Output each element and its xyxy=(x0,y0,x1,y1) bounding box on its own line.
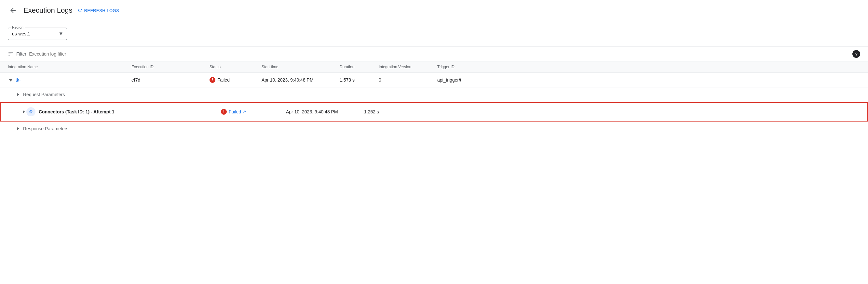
connector-name-text: Connectors (Task ID: 1) - Attempt 1 xyxy=(39,109,115,114)
header: Execution Logs REFRESH LOGS xyxy=(0,0,868,21)
region-select[interactable]: us-west1 us-east1 us-central1 europe-wes… xyxy=(8,28,67,40)
region-label: Region xyxy=(11,25,25,29)
filter-input[interactable] xyxy=(29,51,850,57)
col-integration-name: Integration Name xyxy=(8,65,131,69)
cell-connector-duration: 1.252 s xyxy=(364,109,397,114)
error-status-icon: ! xyxy=(210,77,215,83)
expand-request-params-button[interactable] xyxy=(16,91,21,98)
help-label: ? xyxy=(855,52,857,57)
cell-status: ! Failed xyxy=(210,77,261,83)
status-text: Failed xyxy=(217,77,230,82)
log-table: Integration Name Execution ID Status Sta… xyxy=(0,62,868,136)
toolbar: Region us-west1 us-east1 us-central1 eur… xyxy=(0,21,868,46)
cell-connector-name: Connectors (Task ID: 1) - Attempt 1 xyxy=(39,109,221,114)
integration-name-link[interactable]: tk- xyxy=(16,77,21,82)
cell-connector-status: ! Failed ↗ xyxy=(221,109,286,115)
expand-response-params-button[interactable] xyxy=(16,126,21,132)
response-parameters-label: Response Parameters xyxy=(23,126,68,131)
request-parameters-row: Request Parameters xyxy=(0,87,868,102)
filter-bar: Filter ? xyxy=(0,46,868,62)
cell-integration-version: 0 xyxy=(379,77,437,82)
expanded-section: Request Parameters Connectors (Task ID: … xyxy=(0,87,868,136)
col-execution-id: Execution ID xyxy=(131,65,210,69)
chevron-right-icon-2 xyxy=(23,110,25,113)
chevron-right-icon-3 xyxy=(17,127,19,130)
filter-icon xyxy=(8,51,14,57)
request-parameters-label: Request Parameters xyxy=(23,92,65,97)
cell-connector-start-time: Apr 10, 2023, 9:40:48 PM xyxy=(286,109,364,114)
connector-error-icon: ! xyxy=(221,109,227,115)
help-icon[interactable]: ? xyxy=(852,50,860,58)
col-duration: Duration xyxy=(340,65,379,69)
col-trigger-id: Trigger ID xyxy=(437,65,502,69)
page-title: Execution Logs xyxy=(24,6,72,14)
cell-duration: 1.573 s xyxy=(340,77,379,82)
connector-row: Connectors (Task ID: 1) - Attempt 1 ! Fa… xyxy=(0,102,868,121)
refresh-logs-button[interactable]: REFRESH LOGS xyxy=(78,8,119,13)
refresh-icon xyxy=(78,8,83,13)
chevron-right-icon xyxy=(17,93,19,96)
refresh-label: REFRESH LOGS xyxy=(84,8,119,13)
expand-connector-button[interactable] xyxy=(22,109,26,115)
expand-row-button[interactable] xyxy=(8,77,14,83)
svg-point-1 xyxy=(31,111,32,112)
region-select-wrapper: Region us-west1 us-east1 us-central1 eur… xyxy=(8,28,67,40)
cell-execution-id: ef7d xyxy=(131,77,210,82)
cell-start-time: Apr 10, 2023, 9:40:48 PM xyxy=(261,77,340,82)
col-status: Status xyxy=(210,65,261,69)
table-row: tk- ef7d ! Failed Apr 10, 2023, 9:40:48 … xyxy=(0,73,868,87)
connector-status-text: Failed xyxy=(229,109,241,114)
external-link-icon: ↗ xyxy=(242,109,246,114)
cell-integration-name: tk- xyxy=(8,77,131,83)
table-header: Integration Name Execution ID Status Sta… xyxy=(0,62,868,73)
connector-failed-link[interactable]: Failed ↗ xyxy=(229,109,246,114)
chevron-down-icon xyxy=(9,79,12,81)
response-parameters-row: Response Parameters xyxy=(0,121,868,136)
connector-row-content: Connectors (Task ID: 1) - Attempt 1 ! Fa… xyxy=(39,109,860,115)
col-integration-version: Integration Version xyxy=(379,65,437,69)
connector-icon xyxy=(26,107,35,116)
back-button[interactable] xyxy=(8,5,18,15)
cell-trigger-id: api_trigger/t xyxy=(437,77,502,82)
filter-label: Filter xyxy=(16,51,26,57)
col-start-time: Start time xyxy=(261,65,340,69)
